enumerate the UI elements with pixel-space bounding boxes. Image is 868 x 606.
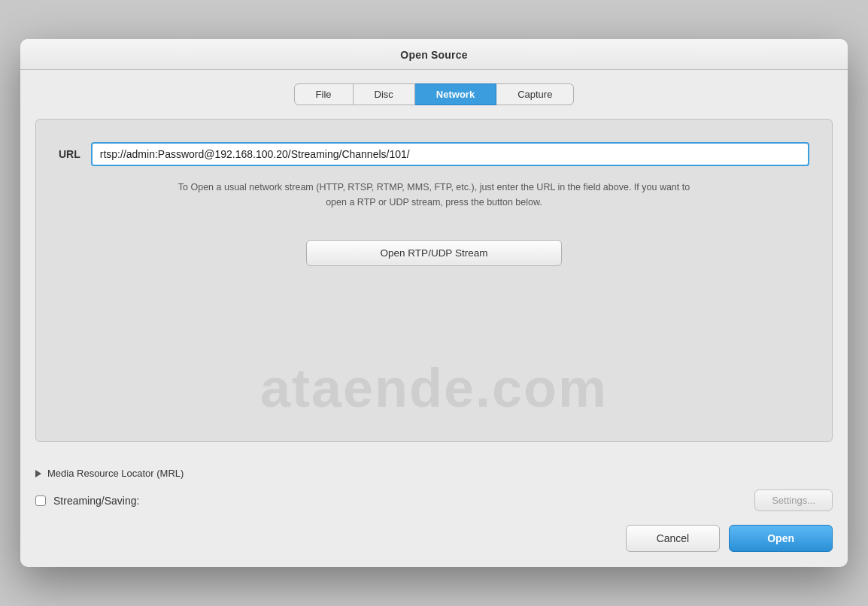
url-input[interactable] — [91, 142, 809, 166]
tabs-row: File Disc Network Capture — [35, 83, 833, 105]
tab-capture[interactable]: Capture — [496, 83, 574, 105]
content-panel: URL To Open a usual network stream (HTTP… — [35, 119, 833, 442]
hint-text: To Open a usual network stream (HTTP, RT… — [171, 180, 697, 210]
url-label: URL — [59, 148, 80, 160]
settings-button[interactable]: Settings... — [754, 489, 833, 511]
footer: Media Resource Locator (MRL) Streaming/S… — [20, 457, 848, 567]
streaming-label: Streaming/Saving: — [53, 495, 139, 507]
dialog: Open Source File Disc Network Capture UR… — [20, 39, 848, 567]
mrl-row[interactable]: Media Resource Locator (MRL) — [35, 468, 833, 479]
watermark: ataende.com — [260, 357, 608, 419]
tab-file[interactable]: File — [294, 83, 354, 105]
url-row: URL — [59, 142, 809, 166]
streaming-row: Streaming/Saving: Settings... — [35, 489, 833, 511]
cancel-button[interactable]: Cancel — [626, 525, 721, 552]
open-rtp-button[interactable]: Open RTP/UDP Stream — [306, 240, 562, 266]
tab-disc[interactable]: Disc — [354, 83, 415, 105]
dialog-title: Open Source — [400, 49, 467, 61]
streaming-checkbox[interactable] — [35, 495, 46, 506]
tab-network[interactable]: Network — [415, 83, 496, 105]
title-bar: Open Source — [20, 39, 848, 70]
dialog-body: File Disc Network Capture URL To Open a … — [20, 70, 848, 457]
mrl-label: Media Resource Locator (MRL) — [47, 468, 184, 479]
mrl-expand-icon — [35, 470, 41, 477]
open-button[interactable]: Open — [729, 525, 833, 552]
streaming-left: Streaming/Saving: — [35, 495, 139, 507]
buttons-row: Cancel Open — [35, 525, 833, 555]
